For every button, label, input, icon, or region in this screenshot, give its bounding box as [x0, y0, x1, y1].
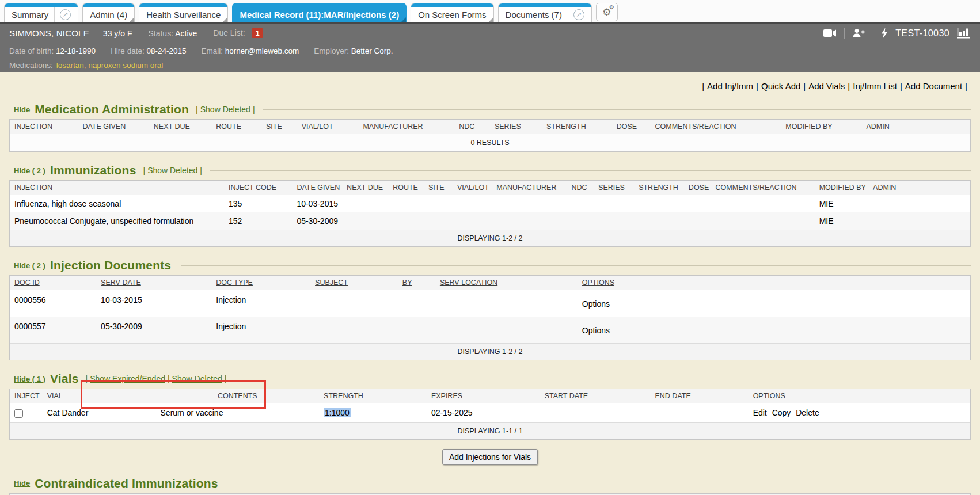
column-header-end-date[interactable]: END DATE	[651, 389, 749, 403]
add-person-icon[interactable]	[852, 28, 865, 38]
edit-link[interactable]: Edit	[753, 408, 767, 417]
column-header-ndc[interactable]: NDC	[454, 120, 490, 134]
flowsheet-chart-icon[interactable]	[957, 28, 971, 39]
tab-admin[interactable]: Admin (4)	[82, 3, 135, 22]
injection-documents-table: DOC IDSERV DATEDOC TYPESUBJECTBYSERV LOC…	[9, 275, 971, 360]
email-value: horner@mieweb.com	[225, 47, 299, 55]
column-header-next-due[interactable]: NEXT DUE	[342, 181, 388, 195]
column-header-strength[interactable]: STRENGTH	[634, 181, 684, 195]
table-cell	[388, 195, 424, 213]
delete-link[interactable]: Delete	[796, 408, 819, 417]
table-cell: Options	[578, 290, 970, 317]
add-vials-link[interactable]: Add Vials	[808, 81, 845, 91]
column-header-expires[interactable]: EXPIRES	[427, 389, 540, 403]
tab-documents-label: Documents (7)	[506, 10, 562, 20]
column-header-inject: INJECT	[10, 389, 43, 403]
tab-health-surveillance[interactable]: Health Surveillance	[139, 3, 228, 22]
column-header-strength[interactable]: STRENGTH	[542, 120, 612, 134]
show-deleted-link[interactable]: Show Deleted	[172, 374, 222, 383]
tab-medical-record[interactable]: Medical Record (11):MAR/Injections (2)	[232, 3, 407, 22]
settings-button[interactable]: ⚙ ⚙	[596, 3, 618, 21]
add-injections-for-vials-button[interactable]: Add Injections for Vials	[442, 449, 538, 465]
column-header-vial-lot[interactable]: VIAL/LOT	[297, 120, 359, 134]
table-cell: Injection	[211, 290, 310, 317]
column-header-subject[interactable]: SUBJECT	[310, 276, 398, 290]
column-header-admin[interactable]: ADMIN	[868, 181, 970, 195]
column-header-manufacturer[interactable]: MANUFACTURER	[358, 120, 454, 134]
table-cell: 152	[224, 212, 292, 230]
tab-on-screen-forms[interactable]: On Screen Forms	[411, 3, 493, 22]
table-cell: 135	[224, 195, 292, 213]
column-header-doc-id[interactable]: DOC ID	[10, 276, 96, 290]
column-header-manufacturer[interactable]: MANUFACTURER	[492, 181, 567, 195]
quick-add-link[interactable]: Quick Add	[761, 81, 800, 91]
show-deleted-link[interactable]: Show Deleted	[200, 105, 250, 114]
video-camera-icon[interactable]	[823, 29, 837, 37]
hide-link[interactable]: Hide ( 2 )	[14, 261, 45, 270]
column-header-start-date[interactable]: START DATE	[540, 389, 651, 403]
column-header-series[interactable]: SERIES	[490, 120, 542, 134]
column-header-modified-by[interactable]: MODIFIED BY	[815, 181, 868, 195]
medication-administration-header: Hide Medication Administration | Show De…	[14, 102, 971, 116]
column-header-injection[interactable]: INJECTION	[10, 120, 78, 134]
column-header-strength[interactable]: STRENGTH	[319, 389, 427, 403]
tab-documents[interactable]: Documents (7) ↗	[498, 3, 592, 22]
due-list-badge[interactable]: 1	[252, 28, 263, 38]
employer-value: Better Corp.	[351, 47, 393, 55]
column-header-by[interactable]: BY	[398, 276, 435, 290]
tab-summary-popout[interactable]: ↗	[54, 7, 71, 22]
immunizations-header: Hide ( 2 ) Immunizations | Show Deleted …	[14, 163, 971, 177]
tab-documents-popout[interactable]: ↗	[568, 7, 584, 22]
column-header-doc-type[interactable]: DOC TYPE	[211, 276, 310, 290]
column-header-injection[interactable]: INJECTION	[10, 181, 224, 195]
lightning-icon[interactable]	[881, 28, 888, 39]
add-document-link[interactable]: Add Document	[905, 81, 962, 91]
section-rule	[263, 109, 971, 110]
hide-link[interactable]: Hide ( 1 )	[14, 375, 45, 383]
hide-link[interactable]: Hide	[14, 479, 30, 488]
inj-imm-list-link[interactable]: Inj/Imm List	[853, 81, 897, 91]
paging-status: DISPLAYING 1-1 / 1	[10, 422, 970, 439]
column-header-admin[interactable]: ADMIN	[861, 120, 970, 134]
table-cell	[388, 212, 424, 230]
column-header-next-due[interactable]: NEXT DUE	[149, 120, 211, 134]
column-header-comments-reaction[interactable]: COMMENTS/REACTION	[711, 181, 815, 195]
medications-value[interactable]: losartan, naproxen sodium oral	[56, 61, 163, 70]
vial-select-checkbox[interactable]	[14, 409, 23, 418]
column-header-ndc[interactable]: NDC	[567, 181, 594, 195]
column-header-site[interactable]: SITE	[424, 181, 453, 195]
table-row: 000055705-30-2009InjectionOptions	[10, 317, 970, 343]
hire-date-label: Hire date:	[111, 47, 145, 55]
column-header-options[interactable]: OPTIONS	[578, 276, 970, 290]
column-header-dose[interactable]: DOSE	[612, 120, 651, 134]
show-expired-ended-link[interactable]: Show Expired/Ended	[90, 374, 165, 383]
column-header-date-given[interactable]: DATE GIVEN	[292, 181, 342, 195]
section-rule	[181, 265, 971, 266]
column-header-vial-lot[interactable]: VIAL/LOT	[453, 181, 492, 195]
column-header-serv-date[interactable]: SERV DATE	[96, 276, 211, 290]
column-header-serv-location[interactable]: SERV LOCATION	[435, 276, 578, 290]
copy-link[interactable]: Copy	[772, 408, 791, 417]
section-rule	[234, 379, 971, 379]
hide-link[interactable]: Hide ( 2 )	[14, 166, 45, 175]
add-inj-imm-link[interactable]: Add Inj/Imm	[707, 81, 753, 91]
table-cell	[868, 195, 970, 213]
table-cell	[398, 317, 435, 343]
column-header-series[interactable]: SERIES	[594, 181, 634, 195]
column-header-vial[interactable]: VIAL	[43, 389, 156, 403]
column-header-route[interactable]: ROUTE	[388, 181, 424, 195]
column-header-comments-reaction[interactable]: COMMENTS/REACTION	[650, 120, 781, 134]
show-deleted-link[interactable]: Show Deleted	[147, 166, 197, 175]
column-header-route[interactable]: ROUTE	[211, 120, 261, 134]
column-header-inject-code[interactable]: INJECT CODE	[224, 181, 292, 195]
column-header-modified-by[interactable]: MODIFIED BY	[781, 120, 861, 134]
column-header-site[interactable]: SITE	[261, 120, 297, 134]
tab-summary[interactable]: Summary ↗	[4, 3, 78, 22]
column-header-contents[interactable]: CONTENTS	[156, 389, 320, 403]
hide-link[interactable]: Hide	[14, 105, 30, 114]
section-rule	[229, 483, 971, 483]
immunizations-table: INJECTIONINJECT CODEDATE GIVENNEXT DUERO…	[9, 180, 971, 247]
column-header-dose[interactable]: DOSE	[684, 181, 711, 195]
table-cell	[868, 212, 970, 230]
column-header-date-given[interactable]: DATE GIVEN	[78, 120, 149, 134]
